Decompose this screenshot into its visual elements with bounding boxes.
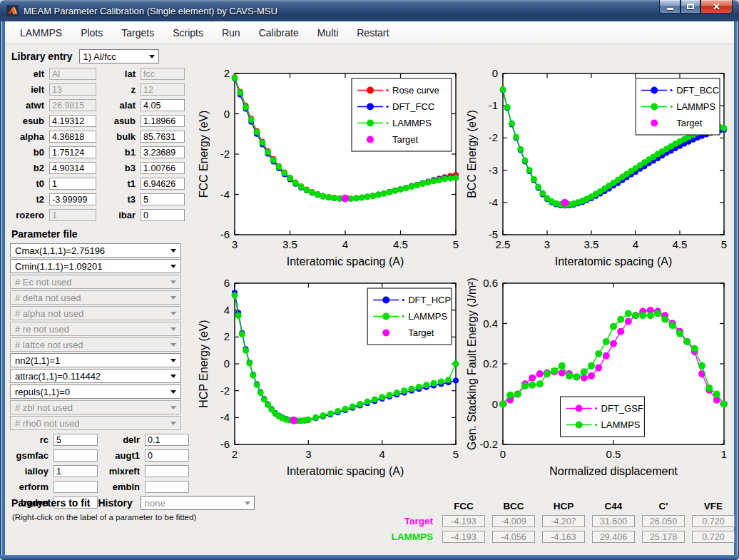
param-dropdown-11: # rho0 not used [10, 416, 181, 430]
chevron-down-icon [170, 390, 176, 394]
svg-text:HCP Energy (eV): HCP Energy (eV) [198, 320, 210, 407]
svg-text:-5: -5 [489, 228, 498, 240]
svg-text:-6: -6 [220, 438, 230, 450]
svg-text:3.5: 3.5 [282, 238, 297, 250]
label-augt1: augt1 [103, 450, 140, 461]
label-b2: b2 [11, 163, 44, 173]
library-fields: eltAllatfccielt13z12atwt26.9815alat4.05e… [11, 68, 201, 221]
param-dropdown-label-4: # alpha not used [15, 308, 83, 319]
field-b1[interactable]: 3.23689 [141, 146, 185, 158]
field-rc[interactable]: 5 [53, 434, 98, 446]
menu-item-restart[interactable]: Restart [347, 22, 398, 44]
field-asub[interactable]: 1.18966 [141, 115, 185, 127]
svg-text:6: 6 [224, 277, 230, 289]
field-alpha[interactable]: 4.36818 [49, 131, 96, 143]
label-z: z [101, 84, 136, 95]
menu-item-targets[interactable]: Targets [112, 22, 163, 44]
param-dropdown-label-8: attrac(1,1)=0.114442 [15, 371, 101, 382]
svg-text:Rose curve: Rose curve [392, 85, 439, 96]
maximize-button[interactable] [681, 0, 700, 14]
svg-text:0: 0 [224, 357, 230, 370]
field-t1[interactable]: 6.94626 [141, 178, 185, 190]
param-dropdown-0[interactable]: Cmax(1,1,1)=2.75196 [10, 243, 181, 258]
param-dropdown-label-9: repuls(1,1)=0 [15, 387, 70, 397]
matlab-icon [6, 5, 19, 16]
svg-text:Interatomic spacing (A): Interatomic spacing (A) [555, 255, 673, 268]
label-b1: b1 [101, 147, 136, 158]
gsf-plot: 00.510.60.40.20-0.2Normalized displaceme… [466, 272, 734, 482]
svg-text:0.4: 0.4 [483, 317, 498, 330]
parameters-to-fit-header: Parameters to fit [11, 497, 90, 509]
close-icon: ✕ [713, 1, 720, 12]
svg-text:4: 4 [342, 238, 348, 250]
param-dropdown-label-5: # re not used [15, 324, 69, 335]
field-delr[interactable]: 0.1 [145, 434, 189, 446]
menu-item-lammps[interactable]: LAMMPS [11, 22, 71, 44]
chevron-down-icon [170, 406, 176, 409]
field-erform[interactable] [53, 481, 98, 493]
svg-text:3: 3 [232, 238, 238, 250]
param-dropdown-7[interactable]: nn2(1,1)=1 [10, 353, 181, 367]
svg-text:1: 1 [721, 448, 727, 460]
label-t3: t3 [101, 194, 136, 205]
minimize-icon [667, 8, 673, 10]
field-bulk[interactable]: 85.7631 [141, 131, 185, 143]
chevron-down-icon [170, 343, 176, 347]
svg-text:DFT_BCC: DFT_BCC [676, 85, 719, 96]
library-entry-selector[interactable]: 1) Al/fcc [79, 49, 159, 63]
close-button[interactable]: ✕ [700, 0, 733, 14]
field-alat[interactable]: 4.05 [141, 99, 185, 111]
field-b0[interactable]: 1.75124 [49, 146, 96, 158]
field-esub[interactable]: 4.19312 [49, 115, 96, 127]
field-mixreft[interactable] [145, 465, 189, 477]
menu-item-run[interactable]: Run [213, 22, 250, 44]
result-target-c: 26.050 [642, 515, 685, 527]
label-alat: alat [101, 100, 136, 111]
history-dropdown[interactable]: none [141, 496, 255, 510]
results-col-vfe: VFE [688, 501, 738, 511]
field-b3[interactable]: 1.00766 [141, 162, 185, 174]
svg-text:-0.2: -0.2 [479, 438, 498, 450]
chevron-down-icon [170, 249, 176, 253]
menu-item-multi[interactable]: Multi [308, 22, 348, 44]
field-t3[interactable]: 5 [141, 193, 185, 205]
svg-text:DFT_HCP: DFT_HCP [408, 295, 451, 305]
svg-text:Target: Target [676, 118, 703, 128]
field-ibar[interactable]: 0 [141, 209, 185, 221]
field-t2[interactable]: -3.99999 [49, 193, 96, 205]
field-ialloy[interactable]: 1 [53, 465, 98, 477]
results-col-fcc: FCC [439, 501, 489, 511]
menu-item-calibrate[interactable]: Calibrate [250, 22, 308, 44]
app-window: MEAM Parameter Calibration (Single eleme… [0, 0, 739, 560]
content-area: Library entry 1) Al/fcc eltAllatfccielt1… [5, 45, 734, 555]
label-esub: esub [11, 116, 44, 126]
field-t0[interactable]: 1 [49, 178, 96, 190]
minimize-button[interactable] [659, 0, 681, 14]
result-lammps-bcc: -4.056 [492, 531, 535, 543]
svg-text:4: 4 [633, 238, 638, 250]
results-table: FCCBCCHCPC44C'VFETarget-4.193-4.009-4.20… [386, 501, 738, 543]
param-dropdown-8[interactable]: attrac(1,1)=0.114442 [10, 369, 181, 383]
field-b2[interactable]: 4.90314 [49, 162, 96, 174]
field-embln[interactable] [145, 481, 189, 493]
svg-text:4.5: 4.5 [673, 238, 688, 250]
result-target-hcp: -4.207 [542, 515, 585, 527]
param-dropdown-label-7: nn2(1,1)=1 [15, 355, 60, 366]
result-lammps-fcc: -4.193 [442, 531, 485, 543]
param-dropdown-9[interactable]: repuls(1,1)=0 [10, 385, 181, 399]
svg-text:-4: -4 [220, 188, 230, 200]
menu-item-plots[interactable]: Plots [71, 22, 112, 44]
menu-item-scripts[interactable]: Scripts [163, 22, 213, 44]
svg-text:5: 5 [721, 238, 727, 250]
svg-text:4: 4 [379, 448, 384, 460]
param-dropdown-1[interactable]: Cmin(1,1,1)=1.09201 [10, 259, 181, 273]
field-augt1[interactable]: 0 [145, 449, 189, 462]
svg-text:5: 5 [453, 448, 459, 460]
label-ialloy: ialloy [11, 466, 49, 477]
svg-text:DFT_GSF: DFT_GSF [601, 403, 643, 414]
label-b0: b0 [11, 147, 44, 158]
label-atwt: atwt [11, 100, 44, 111]
svg-text:-6: -6 [220, 228, 230, 240]
label-rc: rc [11, 434, 49, 445]
field-gsmfac[interactable] [53, 449, 98, 462]
